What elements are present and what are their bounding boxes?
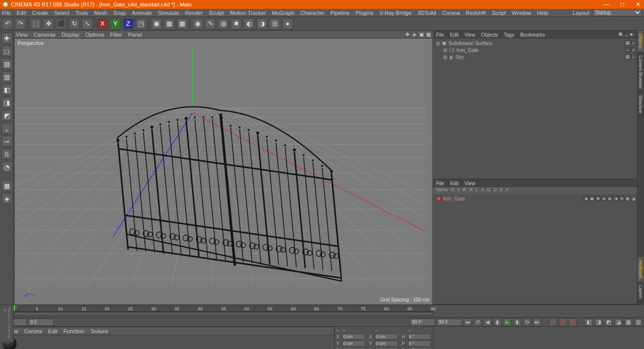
toolbar-btn-9[interactable]: X xyxy=(97,18,108,29)
coord-pos-X[interactable] xyxy=(343,334,365,340)
attrmgr-menu-file[interactable]: File xyxy=(436,181,444,186)
playback-btn-0[interactable]: ⏮ xyxy=(464,318,472,326)
vtab-layers[interactable]: Layers xyxy=(638,282,644,302)
menu-corona[interactable]: Corona xyxy=(442,10,460,16)
menu-window[interactable]: Window xyxy=(512,10,531,16)
lefttool-btn-7[interactable]: ⌞ xyxy=(1,123,12,134)
close-button[interactable]: ✕ xyxy=(634,1,642,8)
toolbar-btn-24[interactable]: ⊟ xyxy=(269,18,280,29)
toolbar-btn-20[interactable]: ◍ xyxy=(218,18,229,29)
menu-animate[interactable]: Animate xyxy=(132,10,152,16)
timeline-ruler[interactable]: 051015202530354045505560657075808590 xyxy=(14,305,433,312)
matmgr-menu-edit[interactable]: Edit xyxy=(48,328,57,334)
toolbar-btn-16[interactable]: ▩ xyxy=(177,18,188,29)
objmgr-menu-tags[interactable]: Tags xyxy=(504,32,514,38)
playback-btn-5[interactable]: ▮ xyxy=(513,318,521,326)
lefttool-btn-8[interactable]: ⊸ xyxy=(1,136,12,147)
coord-rot-P[interactable] xyxy=(408,341,431,347)
expand-icon[interactable]: ⊞ xyxy=(443,54,447,60)
lefttool-btn-9[interactable]: S xyxy=(1,149,12,159)
vtab-objects[interactable]: Objects xyxy=(638,31,644,52)
layout-dropdown[interactable]: Startup xyxy=(593,9,642,16)
keyfilter-btn-3[interactable]: ◪ xyxy=(614,318,622,326)
lefttool-btn-13[interactable]: ◈ xyxy=(1,193,12,204)
menu-script[interactable]: Script xyxy=(492,10,506,16)
attr-row-iron_gate[interactable]: Iron_Gate ◉▣✱◈◐◑⊟▦◪ xyxy=(434,195,636,202)
vpmenu-cameras[interactable]: Cameras xyxy=(34,32,56,38)
toolbar-btn-0[interactable]: ↶ xyxy=(2,18,13,29)
expand-icon[interactable]: ⊞ xyxy=(443,48,447,53)
toolbar-btn-14[interactable]: ▣ xyxy=(151,18,162,29)
lefttool-btn-1[interactable]: ◻ xyxy=(1,46,12,56)
viewport-home-icon[interactable]: ◈ xyxy=(411,32,417,38)
toolbar-btn-6[interactable]: ↻ xyxy=(69,18,80,29)
keyfilter-btn-0[interactable]: ◧ xyxy=(585,318,593,326)
objmgr-menu-file[interactable]: File xyxy=(436,32,444,38)
playback-btn-6[interactable]: ↻ xyxy=(523,318,531,326)
frame-playend-input[interactable] xyxy=(410,319,435,326)
vpmenu-view[interactable]: View xyxy=(16,32,28,38)
vtab-content-browser[interactable]: Content Browser xyxy=(638,52,644,92)
toolbar-btn-19[interactable]: ✎ xyxy=(205,18,216,29)
toolbar-btn-15[interactable]: ▦ xyxy=(164,18,175,29)
matmgr-menu-texture[interactable]: Texture xyxy=(90,328,108,334)
toolbar-btn-11[interactable]: Z xyxy=(123,18,134,29)
toolbar-btn-23[interactable]: ◑ xyxy=(256,18,267,29)
frame-end-input[interactable] xyxy=(437,319,462,326)
coord-scale-Y[interactable] xyxy=(375,341,398,347)
object-row-subdivision-surface[interactable]: ⊞ ⬢ Subdivision Surface ✓ xyxy=(434,40,636,47)
menu-mograph[interactable]: MoGraph xyxy=(272,10,295,16)
expand-icon[interactable]: ⊞ xyxy=(436,41,440,46)
keyfilter-btn-1[interactable]: ◨ xyxy=(594,318,602,326)
menu-simulate[interactable]: Simulate xyxy=(158,10,179,16)
menu-file[interactable]: File xyxy=(2,10,11,16)
menu-tools[interactable]: Tools xyxy=(75,10,88,16)
menu-snap[interactable]: Snap xyxy=(113,10,126,16)
frame-playstart-input[interactable] xyxy=(29,319,53,326)
toolbar-btn-21[interactable]: ✱ xyxy=(231,18,242,29)
lefttool-btn-4[interactable]: ◧ xyxy=(1,84,12,95)
menu-redshift[interactable]: Redshift xyxy=(466,10,486,16)
minimize-button[interactable]: — xyxy=(602,1,610,8)
playback-btn-1[interactable]: ↺ xyxy=(474,318,482,326)
attribute-body[interactable]: Iron_Gate ◉▣✱◈◐◑⊟▦◪ xyxy=(433,194,637,304)
vpmenu-panel[interactable]: Panel xyxy=(128,32,142,38)
toolbar-btn-5[interactable]: ⬛ xyxy=(56,18,67,29)
playback-btn-3[interactable]: ▮ xyxy=(494,318,501,326)
eye-icon[interactable]: 👁 xyxy=(629,32,634,38)
attrmgr-menu-view[interactable]: View xyxy=(464,181,475,186)
toolbar-btn-10[interactable]: Y xyxy=(110,18,121,29)
object-row-sky[interactable]: ⊞ ◉ Sky ✓ xyxy=(434,53,636,60)
viewport-config-icon[interactable]: ✥ xyxy=(404,32,410,38)
vtab-attributes[interactable]: Attributes xyxy=(638,257,644,282)
toolbar-btn-12[interactable]: ◳ xyxy=(136,18,147,29)
lefttool-btn-6[interactable]: ◩ xyxy=(1,110,12,121)
vpmenu-display[interactable]: Display xyxy=(61,32,79,38)
menu-v-ray-bridge[interactable]: V-Ray Bridge xyxy=(380,10,412,16)
menu-plugins[interactable]: Plugins xyxy=(355,10,373,16)
menu-help[interactable]: Help xyxy=(537,10,548,16)
playback-btn-7[interactable]: ⏭ xyxy=(533,318,541,326)
objmgr-menu-bookmarks[interactable]: Bookmarks xyxy=(520,32,545,38)
objmgr-menu-edit[interactable]: Edit xyxy=(450,32,458,38)
viewport-quad-icon[interactable]: ▦ xyxy=(425,32,431,38)
menu-sculpt[interactable]: Sculpt xyxy=(209,10,224,16)
keyfilter-btn-5[interactable]: ▥ xyxy=(634,318,642,326)
menu-motion-tracker[interactable]: Motion Tracker xyxy=(230,10,266,16)
record-btn-2[interactable]: ◉ xyxy=(569,318,577,326)
lefttool-btn-12[interactable]: ▦ xyxy=(1,180,12,191)
objmgr-menu-objects[interactable]: Objects xyxy=(481,32,498,38)
material-list[interactable]: gate xyxy=(0,335,334,349)
coord-rot-H[interactable] xyxy=(408,334,431,340)
keyfilter-btn-4[interactable]: ▦ xyxy=(624,318,632,326)
lefttool-btn-3[interactable]: ▥ xyxy=(1,71,12,82)
lefttool-btn-0[interactable]: ✚ xyxy=(1,33,12,44)
timeline-range-slider[interactable] xyxy=(14,312,433,316)
viewport-single-icon[interactable]: ▣ xyxy=(418,32,424,38)
playback-btn-2[interactable]: ◀ xyxy=(484,318,492,326)
toolbar-btn-3[interactable]: ⬚ xyxy=(30,18,41,29)
perspective-viewport[interactable]: Perspective Grid Spacing : 100 cm xyxy=(15,39,432,304)
toolbar-btn-18[interactable]: ◉ xyxy=(192,18,203,29)
lefttool-btn-5[interactable]: ◨ xyxy=(1,97,12,108)
coord-scale-X[interactable] xyxy=(375,334,398,340)
